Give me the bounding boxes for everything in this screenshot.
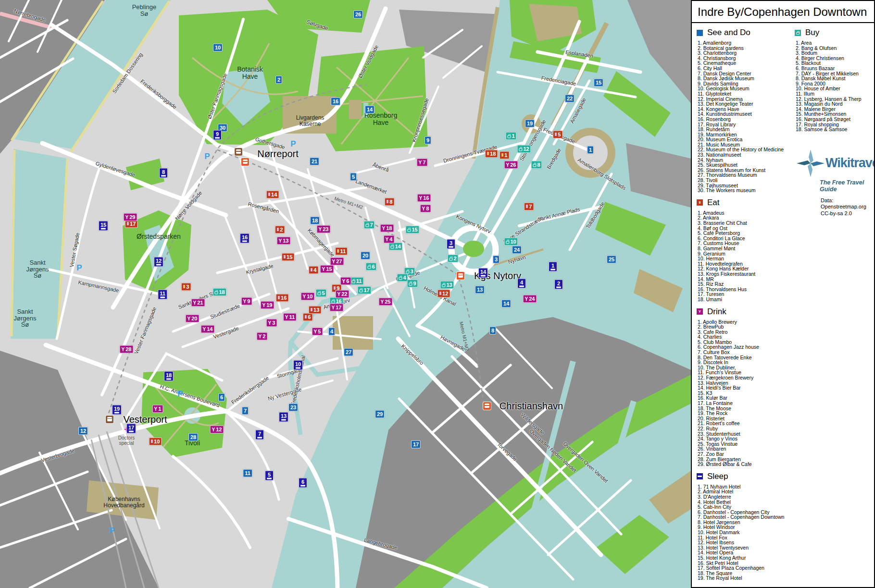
metro-station-icon[interactable] (241, 158, 250, 166)
map-marker-sleep-6[interactable]: 6 (299, 478, 307, 488)
map-marker-see-8[interactable]: 8 (489, 327, 496, 335)
map-marker-see-29[interactable]: 29 (375, 410, 385, 418)
map-marker-sleep-1[interactable]: 1 (549, 262, 557, 272)
map-marker-see-18[interactable]: 18 (310, 217, 320, 225)
parking-icon[interactable]: P (109, 526, 114, 536)
map-marker-drink-19[interactable]: Y19 (261, 301, 275, 309)
map-marker-see-15[interactable]: 15 (594, 79, 603, 87)
map-marker-drink-20[interactable]: Y20 (186, 315, 200, 323)
map-marker-sleep-7[interactable]: 7 (255, 430, 264, 440)
map-marker-see-10[interactable]: 10 (213, 44, 223, 52)
map-marker-see-25[interactable]: 25 (607, 256, 616, 264)
map-marker-see-26[interactable]: 26 (353, 11, 363, 19)
map-marker-see-5[interactable]: 5 (350, 173, 357, 181)
map-marker-sleep-2[interactable]: 2 (554, 280, 563, 290)
map-marker-drink-7[interactable]: Y7 (417, 159, 428, 167)
map-marker-eat-8[interactable]: ‖8 (385, 198, 395, 206)
map-marker-drink-16[interactable]: Y16 (417, 194, 431, 202)
map-marker-eat-3[interactable]: ‖3 (181, 283, 191, 291)
map-marker-see-16[interactable]: 16 (331, 98, 340, 106)
parking-icon[interactable]: P (290, 139, 296, 149)
parking-icon[interactable]: P (76, 263, 82, 273)
map-marker-buy-17[interactable]: 17 (357, 286, 371, 294)
map-marker-buy-4[interactable]: 4 (397, 274, 408, 282)
map-marker-see-27[interactable]: 27 (344, 348, 353, 356)
map-marker-eat-2[interactable]: ‖2 (275, 226, 285, 234)
map-marker-drink-6[interactable]: Y6 (340, 277, 351, 285)
map-marker-drink-23[interactable]: Y23 (317, 225, 331, 233)
map-marker-drink-5[interactable]: Y5 (312, 328, 323, 336)
map-marker-sleep-14[interactable]: 14 (478, 268, 488, 278)
parking-icon[interactable]: P (204, 152, 210, 161)
map-marker-drink-26[interactable]: Y26 (504, 161, 518, 169)
map-marker-see-4[interactable]: 4 (328, 328, 335, 336)
map-marker-buy-1[interactable]: 1 (505, 132, 516, 140)
map-marker-drink-21[interactable]: Y21 (191, 299, 205, 307)
map-marker-eat-5[interactable]: ‖5 (553, 131, 563, 139)
map-marker-see-2[interactable]: 2 (275, 76, 282, 84)
map-marker-see-3[interactable]: 3 (493, 256, 500, 264)
map-marker-sleep-12[interactable]: 12 (154, 257, 163, 267)
map-marker-sleep-5[interactable]: 5 (265, 471, 274, 481)
map-marker-see-7[interactable]: 7 (242, 407, 249, 415)
map-marker-drink-2[interactable]: Y2 (257, 332, 268, 341)
map-marker-eat-4[interactable]: ‖4 (309, 266, 319, 274)
map-marker-see-6[interactable]: 6 (218, 393, 225, 402)
parking-icon[interactable]: P (177, 389, 183, 399)
map-marker-buy-6[interactable]: 6 (365, 263, 376, 271)
metro-station-icon[interactable] (483, 402, 491, 410)
map-marker-drink-28[interactable]: Y28 (120, 345, 134, 354)
map-marker-buy-9[interactable]: 9 (407, 280, 418, 288)
map-marker-buy-15[interactable]: 15 (405, 226, 419, 234)
map-marker-eat-16[interactable]: ‖16 (276, 294, 289, 302)
map-marker-eat-13[interactable]: ‖13 (309, 306, 322, 314)
map-marker-drink-13[interactable]: Y13 (277, 237, 291, 245)
map-marker-sleep-13[interactable]: 13 (279, 412, 288, 422)
map-marker-drink-1[interactable]: Y1 (152, 405, 163, 413)
map-marker-sleep-9[interactable]: 9 (213, 130, 222, 140)
map-marker-see-19[interactable]: 19 (525, 120, 535, 128)
map-marker-eat-18[interactable]: ‖18 (485, 150, 498, 158)
map-canvas[interactable]: Peblinge SøSankt Jørgens SøSankt Jørgens… (0, 0, 691, 588)
map-marker-see-17[interactable]: 17 (411, 441, 421, 449)
map-marker-eat-15[interactable]: ‖15 (282, 253, 295, 261)
map-marker-see-23[interactable]: 23 (288, 404, 298, 412)
map-marker-sleep-16[interactable]: 16 (240, 233, 250, 244)
map-marker-buy-13[interactable]: 13 (440, 281, 454, 289)
map-marker-drink-4[interactable]: Y4 (384, 235, 395, 244)
map-marker-eat-11[interactable]: ‖11 (335, 247, 348, 256)
map-marker-sleep-3[interactable]: 3 (447, 239, 455, 249)
map-marker-see-24[interactable]: 24 (512, 246, 522, 254)
map-marker-buy-10[interactable]: 10 (504, 238, 518, 246)
map-marker-sleep-19[interactable]: 19 (112, 405, 122, 415)
map-marker-drink-18[interactable]: Y18 (380, 224, 394, 233)
map-marker-buy-7[interactable]: 7 (363, 221, 375, 229)
map-marker-drink-14[interactable]: Y14 (201, 325, 215, 333)
map-marker-buy-14[interactable]: 14 (388, 243, 402, 251)
map-marker-see-20[interactable]: 20 (361, 252, 370, 260)
map-marker-sleep-18[interactable]: 18 (164, 371, 174, 381)
map-marker-see-13[interactable]: 13 (475, 286, 485, 294)
map-marker-eat-12[interactable]: ‖12 (438, 290, 450, 298)
map-marker-drink-8[interactable]: Y8 (420, 205, 431, 213)
map-marker-buy-11[interactable]: 11 (350, 277, 364, 285)
map-marker-eat-1[interactable]: ‖1 (500, 151, 510, 159)
map-marker-see-11[interactable]: 11 (243, 469, 252, 478)
map-marker-sleep-10[interactable]: 10 (293, 360, 303, 370)
map-marker-drink-27[interactable]: Y27 (330, 257, 344, 266)
map-marker-see-22[interactable]: 22 (565, 95, 575, 103)
map-marker-sleep-17[interactable]: 17 (126, 424, 136, 434)
map-marker-drink-3[interactable]: Y3 (266, 319, 277, 327)
map-marker-see-14[interactable]: 14 (501, 300, 511, 308)
map-marker-eat-10[interactable]: ‖10 (149, 438, 162, 446)
map-marker-drink-24[interactable]: Y24 (523, 295, 537, 303)
map-marker-drink-25[interactable]: Y25 (379, 298, 393, 306)
map-marker-drink-10[interactable]: Y10 (301, 293, 315, 301)
map-marker-drink-17[interactable]: Y17 (330, 304, 344, 312)
map-marker-buy-2[interactable]: 2 (447, 255, 458, 263)
map-marker-eat-14[interactable]: ‖14 (266, 191, 279, 199)
map-marker-drink-22[interactable]: Y22 (336, 290, 350, 298)
map-marker-see-9[interactable]: 9 (425, 136, 431, 145)
map-marker-sleep-8[interactable]: 8 (159, 168, 168, 178)
map-marker-see-21[interactable]: 21 (310, 158, 319, 166)
